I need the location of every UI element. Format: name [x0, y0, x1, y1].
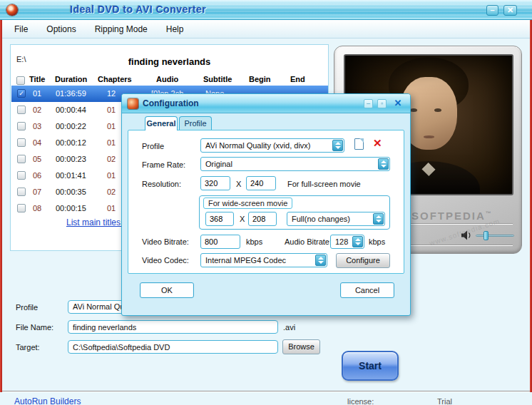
tab-general[interactable]: General — [145, 116, 178, 130]
column-header-subtitle: Subtitle — [203, 75, 232, 83]
column-header-title: Title — [29, 75, 45, 83]
status-divider — [0, 391, 532, 392]
audio-bitrate-label: Audio Bitrate: — [285, 237, 332, 246]
app-icon — [6, 4, 18, 16]
widescreen-groupbox: For wide-screen movie X Full(no changes) — [199, 195, 390, 230]
dialog-minimize-button[interactable]: – — [364, 99, 373, 108]
spinner-icon[interactable] — [352, 236, 363, 247]
volume-slider[interactable] — [476, 235, 514, 237]
minimize-button[interactable]: – — [486, 5, 498, 16]
audio-bitrate-unit: kbps — [369, 237, 385, 246]
profile-label: Profile — [16, 303, 38, 312]
dialog-titlebar: Configuration – ▫ ✕ — [122, 94, 410, 113]
select-all-checkbox[interactable] — [16, 76, 25, 85]
video-codec-combo[interactable]: Internal MPEG4 Codec — [200, 253, 327, 267]
column-header-duration: Duration — [55, 75, 87, 83]
resolution-separator: X — [236, 180, 241, 188]
frame-rate-label: Frame Rate: — [142, 160, 185, 169]
license-value: Trial — [437, 397, 452, 405]
file-name-input[interactable] — [68, 320, 278, 334]
new-profile-icon[interactable] — [354, 138, 364, 150]
restore-icon: ▫ — [381, 100, 383, 107]
close-icon: ✕ — [394, 98, 402, 108]
volume-slider-handle[interactable] — [484, 231, 488, 240]
widescreen-width-input[interactable] — [205, 212, 234, 226]
video-bitrate-input[interactable] — [200, 235, 240, 249]
row-checkbox[interactable] — [17, 138, 26, 147]
menu-file[interactable]: File — [5, 20, 37, 39]
row-checkbox[interactable] — [17, 204, 26, 212]
configuration-dialog: Configuration – ▫ ✕ General Profile Prof… — [121, 93, 411, 316]
widescreen-group-title: For wide-screen movie — [203, 198, 292, 209]
movie-title: finding neverlands — [11, 56, 328, 67]
audio-bitrate-combo[interactable]: 128 — [330, 235, 364, 249]
profile-combo[interactable]: AVi Normal Quality (xvid, divx) — [200, 138, 344, 153]
close-icon: ✕ — [507, 6, 513, 14]
widescreen-mode-combo[interactable]: Full(no changes) — [287, 212, 385, 226]
dialog-restore-button[interactable]: ▫ — [377, 99, 387, 108]
row-checkbox[interactable] — [17, 106, 26, 114]
close-button[interactable]: ✕ — [503, 5, 517, 16]
titlebar: Ideal DVD to AVI Converter – ✕ — [0, 0, 532, 20]
spinner-icon[interactable] — [332, 140, 343, 151]
row-checkbox[interactable] — [17, 122, 26, 130]
watermark: SOFTPEDIA™ — [411, 210, 493, 222]
widescreen-height-input[interactable] — [248, 212, 277, 226]
menu-help[interactable]: Help — [157, 20, 193, 39]
file-name-label: File Name: — [16, 323, 53, 332]
video-codec-label: Video Codec: — [142, 256, 189, 265]
app-window: Ideal DVD to AVI Converter – ✕ File Opti… — [0, 0, 532, 405]
fullscreen-note: For full-screen movie — [287, 180, 361, 188]
check-icon: ✓ — [19, 90, 24, 97]
list-main-titles-link[interactable]: List main titles... — [66, 217, 128, 227]
menu-options[interactable]: Options — [37, 20, 85, 39]
target-input[interactable] — [68, 340, 278, 354]
column-header-audio: Audio — [156, 75, 178, 83]
start-button[interactable]: Start — [342, 351, 399, 381]
file-extension-label: .avi — [283, 323, 295, 332]
window-title: Ideal DVD to AVI Converter — [70, 4, 206, 15]
column-header-begin: Begin — [249, 75, 271, 83]
spinner-icon[interactable] — [373, 213, 384, 225]
spinner-icon[interactable] — [378, 158, 389, 170]
resolution-width-input[interactable] — [200, 176, 230, 190]
resolution-height-input[interactable] — [246, 176, 276, 190]
dialog-close-button[interactable]: ✕ — [392, 98, 404, 109]
minimize-icon: – — [367, 100, 370, 107]
column-header-end: End — [290, 75, 305, 83]
target-label: Target: — [16, 343, 40, 352]
menubar: File Options Ripping Mode Help — [2, 20, 530, 39]
resolution-label: Resolution: — [142, 180, 181, 188]
column-header-chapters: Chapters — [98, 75, 132, 83]
window-edge-left — [0, 20, 2, 392]
configure-button[interactable]: Configure — [336, 253, 390, 268]
frame-rate-combo[interactable]: Original — [200, 157, 390, 171]
browse-button[interactable]: Browse — [282, 339, 320, 354]
spinner-icon[interactable] — [315, 255, 326, 266]
video-bitrate-label: Video Bitrate: — [142, 237, 189, 246]
row-checkbox[interactable] — [17, 188, 26, 196]
cancel-button[interactable]: Cancel — [340, 282, 394, 298]
delete-profile-icon[interactable]: ✕ — [373, 137, 382, 150]
row-checkbox-checked[interactable]: ✓ — [17, 89, 26, 98]
video-bitrate-unit: kbps — [246, 237, 262, 246]
dialog-profile-label: Profile — [142, 142, 164, 150]
row-checkbox[interactable] — [17, 171, 26, 180]
menu-ripping-mode[interactable]: Ripping Mode — [86, 20, 157, 39]
tab-profile[interactable]: Profile — [179, 116, 212, 130]
widescreen-separator: X — [240, 215, 245, 223]
ok-button[interactable]: OK — [140, 282, 194, 298]
dialog-icon — [128, 98, 138, 109]
autorun-builders-link[interactable]: AutoRun Builders — [14, 396, 81, 405]
minimize-icon: – — [490, 6, 494, 14]
license-label: license: — [347, 397, 374, 405]
dialog-title: Configuration — [143, 98, 199, 108]
row-checkbox[interactable] — [17, 155, 26, 163]
